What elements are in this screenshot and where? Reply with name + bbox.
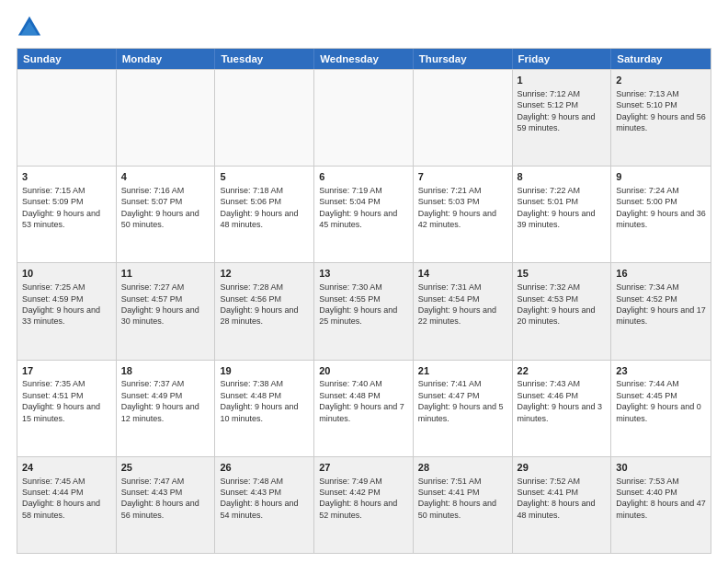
cal-cell-week5-day3: 26Sunrise: 7:48 AM Sunset: 4:43 PM Dayli… [215, 457, 314, 553]
cell-info: Sunrise: 7:25 AM Sunset: 4:59 PM Dayligh… [22, 282, 111, 327]
cell-info: Sunrise: 7:16 AM Sunset: 5:07 PM Dayligh… [121, 185, 210, 231]
day-number: 3 [22, 170, 111, 184]
cal-cell-week2-day4: 6Sunrise: 7:19 AM Sunset: 5:04 PM Daylig… [314, 167, 414, 262]
cell-info: Sunrise: 7:30 AM Sunset: 4:55 PM Dayligh… [319, 282, 408, 327]
header [17, 15, 711, 40]
cell-info: Sunrise: 7:53 AM Sunset: 4:40 PM Dayligh… [616, 476, 706, 522]
header-day-monday: Monday [117, 49, 216, 69]
day-number: 19 [220, 364, 309, 378]
cell-info: Sunrise: 7:35 AM Sunset: 4:51 PM Dayligh… [22, 378, 111, 424]
day-number: 17 [22, 364, 111, 378]
cell-info: Sunrise: 7:28 AM Sunset: 4:56 PM Dayligh… [220, 282, 309, 327]
cal-cell-week1-day3 [215, 70, 314, 166]
cell-info: Sunrise: 7:27 AM Sunset: 4:57 PM Dayligh… [121, 282, 210, 327]
day-number: 21 [418, 364, 507, 378]
week-1: 1Sunrise: 7:12 AM Sunset: 5:12 PM Daylig… [17, 69, 711, 166]
header-day-sunday: Sunday [17, 49, 117, 69]
day-number: 2 [616, 74, 706, 87]
cal-cell-week2-day3: 5Sunrise: 7:18 AM Sunset: 5:06 PM Daylig… [215, 167, 314, 262]
day-number: 18 [121, 364, 210, 378]
week-2: 3Sunrise: 7:15 AM Sunset: 5:09 PM Daylig… [17, 166, 711, 262]
cal-cell-week5-day4: 27Sunrise: 7:49 AM Sunset: 4:42 PM Dayli… [314, 457, 414, 553]
day-number: 23 [616, 364, 706, 378]
cal-cell-week1-day1 [17, 70, 117, 166]
day-number: 29 [518, 461, 607, 475]
cal-cell-week1-day6: 1Sunrise: 7:12 AM Sunset: 5:12 PM Daylig… [513, 70, 612, 166]
cell-info: Sunrise: 7:12 AM Sunset: 5:12 PM Dayligh… [518, 88, 607, 134]
header-day-wednesday: Wednesday [314, 49, 414, 69]
cal-cell-week3-day1: 10Sunrise: 7:25 AM Sunset: 4:59 PM Dayli… [17, 263, 117, 359]
day-number: 10 [22, 267, 111, 281]
cal-cell-week1-day4 [314, 70, 414, 166]
cell-info: Sunrise: 7:45 AM Sunset: 4:44 PM Dayligh… [22, 476, 111, 522]
cell-info: Sunrise: 7:37 AM Sunset: 4:49 PM Dayligh… [121, 378, 210, 424]
cell-info: Sunrise: 7:47 AM Sunset: 4:43 PM Dayligh… [121, 476, 210, 522]
cell-info: Sunrise: 7:38 AM Sunset: 4:48 PM Dayligh… [220, 378, 309, 424]
cell-info: Sunrise: 7:32 AM Sunset: 4:53 PM Dayligh… [518, 282, 607, 327]
day-number: 22 [518, 364, 607, 378]
cal-cell-week1-day7: 2Sunrise: 7:13 AM Sunset: 5:10 PM Daylig… [611, 70, 711, 166]
day-number: 28 [418, 461, 507, 475]
header-day-saturday: Saturday [611, 49, 711, 69]
cal-cell-week5-day5: 28Sunrise: 7:51 AM Sunset: 4:41 PM Dayli… [414, 457, 513, 553]
cell-info: Sunrise: 7:13 AM Sunset: 5:10 PM Dayligh… [616, 88, 706, 134]
cal-cell-week2-day2: 4Sunrise: 7:16 AM Sunset: 5:07 PM Daylig… [117, 167, 216, 262]
page: SundayMondayTuesdayWednesdayThursdayFrid… [0, 0, 728, 563]
cal-cell-week5-day7: 30Sunrise: 7:53 AM Sunset: 4:40 PM Dayli… [611, 457, 711, 553]
cell-info: Sunrise: 7:48 AM Sunset: 4:43 PM Dayligh… [220, 476, 309, 522]
cell-info: Sunrise: 7:24 AM Sunset: 5:00 PM Dayligh… [616, 185, 706, 231]
cal-cell-week3-day5: 14Sunrise: 7:31 AM Sunset: 4:54 PM Dayli… [414, 263, 513, 359]
cal-cell-week2-day1: 3Sunrise: 7:15 AM Sunset: 5:09 PM Daylig… [17, 167, 117, 262]
calendar-body: 1Sunrise: 7:12 AM Sunset: 5:12 PM Daylig… [17, 69, 711, 553]
cell-info: Sunrise: 7:18 AM Sunset: 5:06 PM Dayligh… [220, 185, 309, 231]
day-number: 9 [616, 170, 706, 184]
cal-cell-week2-day5: 7Sunrise: 7:21 AM Sunset: 5:03 PM Daylig… [414, 167, 513, 262]
header-day-friday: Friday [513, 49, 612, 69]
day-number: 5 [220, 170, 309, 184]
header-day-thursday: Thursday [414, 49, 513, 69]
cal-cell-week5-day6: 29Sunrise: 7:52 AM Sunset: 4:41 PM Dayli… [513, 457, 612, 553]
cal-cell-week1-day5 [414, 70, 513, 166]
cal-cell-week4-day4: 20Sunrise: 7:40 AM Sunset: 4:48 PM Dayli… [314, 361, 414, 456]
header-day-tuesday: Tuesday [215, 49, 314, 69]
cell-info: Sunrise: 7:19 AM Sunset: 5:04 PM Dayligh… [319, 185, 408, 231]
cal-cell-week4-day6: 22Sunrise: 7:43 AM Sunset: 4:46 PM Dayli… [513, 361, 612, 456]
cell-info: Sunrise: 7:15 AM Sunset: 5:09 PM Dayligh… [22, 185, 111, 231]
day-number: 8 [518, 170, 607, 184]
cal-cell-week3-day3: 12Sunrise: 7:28 AM Sunset: 4:56 PM Dayli… [215, 263, 314, 359]
cal-cell-week5-day2: 25Sunrise: 7:47 AM Sunset: 4:43 PM Dayli… [117, 457, 216, 553]
cal-cell-week4-day3: 19Sunrise: 7:38 AM Sunset: 4:48 PM Dayli… [215, 361, 314, 456]
cell-info: Sunrise: 7:31 AM Sunset: 4:54 PM Dayligh… [418, 282, 507, 327]
cal-cell-week3-day4: 13Sunrise: 7:30 AM Sunset: 4:55 PM Dayli… [314, 263, 414, 359]
cal-cell-week4-day2: 18Sunrise: 7:37 AM Sunset: 4:49 PM Dayli… [117, 361, 216, 456]
day-number: 11 [121, 267, 210, 281]
cell-info: Sunrise: 7:43 AM Sunset: 4:46 PM Dayligh… [518, 378, 607, 424]
cal-cell-week3-day6: 15Sunrise: 7:32 AM Sunset: 4:53 PM Dayli… [513, 263, 612, 359]
cal-cell-week2-day6: 8Sunrise: 7:22 AM Sunset: 5:01 PM Daylig… [513, 167, 612, 262]
cal-cell-week4-day1: 17Sunrise: 7:35 AM Sunset: 4:51 PM Dayli… [17, 361, 117, 456]
calendar: SundayMondayTuesdayWednesdayThursdayFrid… [17, 48, 711, 554]
cal-cell-week4-day5: 21Sunrise: 7:41 AM Sunset: 4:47 PM Dayli… [414, 361, 513, 456]
cell-info: Sunrise: 7:52 AM Sunset: 4:41 PM Dayligh… [518, 476, 607, 522]
week-3: 10Sunrise: 7:25 AM Sunset: 4:59 PM Dayli… [17, 262, 711, 359]
day-number: 24 [22, 461, 111, 475]
day-number: 6 [319, 170, 408, 184]
cal-cell-week4-day7: 23Sunrise: 7:44 AM Sunset: 4:45 PM Dayli… [611, 361, 711, 456]
day-number: 30 [616, 461, 706, 475]
day-number: 7 [418, 170, 507, 184]
cell-info: Sunrise: 7:22 AM Sunset: 5:01 PM Dayligh… [518, 185, 607, 231]
day-number: 13 [319, 267, 408, 281]
cal-cell-week1-day2 [117, 70, 216, 166]
day-number: 27 [319, 461, 408, 475]
cell-info: Sunrise: 7:34 AM Sunset: 4:52 PM Dayligh… [616, 282, 706, 327]
calendar-header: SundayMondayTuesdayWednesdayThursdayFrid… [17, 49, 711, 69]
cal-cell-week5-day1: 24Sunrise: 7:45 AM Sunset: 4:44 PM Dayli… [17, 457, 117, 553]
cal-cell-week3-day7: 16Sunrise: 7:34 AM Sunset: 4:52 PM Dayli… [611, 263, 711, 359]
logo [17, 15, 46, 40]
day-number: 4 [121, 170, 210, 184]
day-number: 1 [518, 74, 607, 87]
cal-cell-week3-day2: 11Sunrise: 7:27 AM Sunset: 4:57 PM Dayli… [117, 263, 216, 359]
cell-info: Sunrise: 7:21 AM Sunset: 5:03 PM Dayligh… [418, 185, 507, 231]
day-number: 14 [418, 267, 507, 281]
day-number: 25 [121, 461, 210, 475]
